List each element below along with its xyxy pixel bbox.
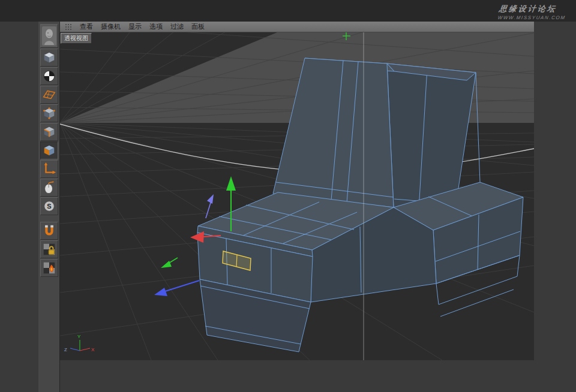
toolbar-separator [38,216,59,221]
menu-view[interactable]: 查看 [80,22,93,31]
axis-x-label: X [91,347,95,352]
watermark-title: 思缘设计论坛 [499,4,568,14]
tool-selection[interactable] [40,179,58,197]
workplane-grid-icon [42,88,56,102]
axis-icon [42,162,56,176]
menu-filter[interactable]: 过滤 [170,22,184,31]
view-tab[interactable]: 透视视图 [61,33,92,44]
app-window: 思缘设计论坛 WWW.MISSYUAN.COM [0,0,576,392]
watermark: 思缘设计论坛 WWW.MISSYUAN.COM [497,4,568,20]
tool-workplane-mode[interactable] [40,86,58,104]
mouse-icon [42,180,56,195]
tool-points-mode[interactable] [40,104,58,122]
tool-edges-mode[interactable] [40,123,58,141]
menu-options[interactable]: 选项 [149,22,163,31]
menu-panel[interactable]: 面板 [191,22,205,31]
viewport-canvas[interactable]: Y X Z [60,22,534,360]
checker-lock-icon [42,242,56,257]
checker-sphere-icon [42,69,56,83]
snap-glyph: S [47,203,51,210]
tool-axis-mode[interactable] [40,160,58,178]
axis-z-label: Z [64,347,67,352]
tool-magnet[interactable] [40,222,58,240]
checker-flame-icon [42,261,56,275]
viewport[interactable]: Y X Z 查看 摄像机 显示 选项 过滤 面板 透视视图 [60,22,534,360]
cube-polygons-icon [42,143,56,158]
cube-points-icon [42,106,56,120]
tool-palette: S [38,22,60,392]
axis-y-label: Y [77,334,81,339]
tool-texture-lock[interactable] [40,240,58,258]
tool-make-editable[interactable] [40,24,58,48]
cube-edges-icon [42,125,56,139]
tool-model-mode[interactable] [40,49,58,67]
magnet-icon [42,224,56,238]
viewport-menubar: 查看 摄像机 显示 选项 过滤 面板 [60,22,534,32]
menu-display[interactable]: 显示 [128,22,142,31]
tool-texture-mode[interactable] [40,67,58,85]
cube-icon [42,50,56,65]
menu-camera[interactable]: 摄像机 [101,22,121,31]
snap-sphere-icon: S [42,199,56,213]
watermark-url: WWW.MISSYUAN.COM [497,15,566,20]
menu-grip-icon[interactable] [65,23,72,31]
tool-polygons-mode[interactable] [40,141,58,159]
tool-snapping[interactable]: S [40,197,58,215]
left-panel [0,22,39,392]
title-strip: 思缘设计论坛 WWW.MISSYUAN.COM [0,0,576,22]
tool-texture-flame[interactable] [40,259,58,277]
head-sculpture-icon [41,26,57,46]
